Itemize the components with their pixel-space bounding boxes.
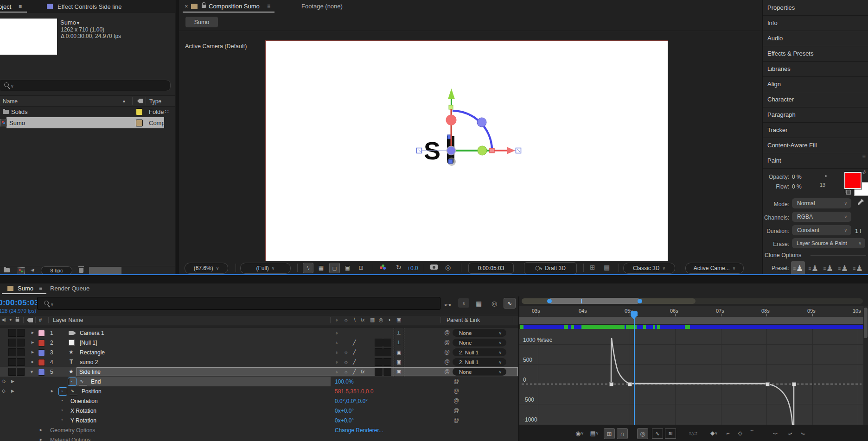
expander-icon[interactable]: ► [31, 350, 35, 354]
sort-arrow-icon[interactable]: ▲ [122, 99, 126, 103]
layer-name[interactable]: [Null 1] [80, 340, 97, 346]
panel-menu-icon[interactable]: ≡ [19, 4, 22, 9]
region-of-interest-button[interactable]: ▣ [343, 263, 352, 272]
property-row-position[interactable]: ◇ ▶ ► ◔ ∿ Position 581.5,351.0,0.0 @ [0, 386, 518, 397]
sidebar-item-libraries[interactable]: Libraries [763, 61, 868, 77]
duplicate-icon[interactable] [845, 189, 849, 193]
channels-dropdown[interactable]: RGBA ∨ [792, 212, 851, 222]
collapse-switch[interactable]: ☼ [344, 369, 348, 374]
reset-exposure-icon[interactable]: ↻ [396, 264, 402, 271]
pick-whip-icon[interactable]: @ [444, 359, 450, 365]
label-column-icon[interactable] [137, 99, 143, 103]
switch-cell[interactable] [383, 358, 391, 366]
layer-row-side-line[interactable]: ▼ 5 ★ Side line ♁ ☼ ╱ fx ▣ @ None ∨ [0, 367, 518, 377]
quality-switch[interactable]: ╱ [353, 350, 356, 355]
column-parent-link[interactable]: Parent & Link [447, 317, 480, 323]
expander-icon[interactable]: ► [31, 360, 35, 364]
tab-project[interactable]: Project [0, 4, 11, 10]
keyframe-menu-dropdown[interactable]: ◆∨ [708, 428, 720, 438]
switch-cell[interactable] [375, 339, 383, 346]
quality-switch[interactable]: ╱ [353, 359, 356, 365]
panel-menu-icon[interactable]: ≡ [862, 153, 866, 159]
expander-icon[interactable]: ▼ [30, 370, 34, 374]
label-swatch[interactable] [136, 108, 143, 115]
panel-menu-icon[interactable]: ≡ [267, 3, 270, 9]
property-value[interactable]: 0x+0.0° [335, 418, 354, 423]
flow-value[interactable]: 0 % [792, 184, 802, 189]
navigator-handle-right[interactable] [638, 299, 642, 303]
layer-name[interactable]: Camera 1 [80, 330, 104, 336]
switch-cell[interactable] [383, 339, 391, 346]
motion-blur-icon[interactable]: ◎ [491, 300, 497, 307]
snap-magnet-button[interactable]: ∩ [617, 428, 628, 439]
pick-whip-icon[interactable]: @ [444, 369, 450, 374]
video-toggle[interactable] [8, 368, 16, 376]
layer-row-rectangle[interactable]: ► 3 ★ Rectangle ♁ ☼ ╱ ▣ @ 2. Null 1 ∨ [0, 347, 518, 358]
layer-duration-bar[interactable] [520, 325, 863, 329]
collapse-switch[interactable]: ☼ [344, 350, 348, 355]
hold-keyframe-button[interactable]: ⌐ [723, 428, 733, 438]
sidebar-item-paragraph[interactable]: Paragraph [763, 107, 868, 123]
stopwatch-button[interactable]: ◔ [58, 387, 67, 396]
property-row-orientation[interactable]: ◔ Orientation 0.0°,0.0°,0.0° @ [0, 396, 518, 406]
layer-label-swatch[interactable] [38, 330, 45, 337]
quality-switch[interactable]: ╱ [353, 340, 356, 345]
new-folder-icon[interactable] [4, 268, 10, 272]
collapse-switch[interactable]: ☼ [344, 359, 348, 365]
snapshot-camera-icon[interactable] [430, 265, 438, 270]
time-navigator[interactable] [522, 298, 863, 304]
graph-editor-button[interactable]: ∿ [504, 298, 516, 309]
stopwatch-icon[interactable]: ◔ [60, 408, 63, 413]
property-value[interactable]: 581.5,351.0,0.0 [335, 389, 373, 394]
pick-whip-icon[interactable]: @ [453, 378, 459, 384]
3d-layer-switch[interactable]: ▣ [396, 369, 401, 374]
timeline-search-input[interactable]: ∨ [37, 297, 440, 310]
property-name[interactable]: Geometry Options [50, 428, 95, 433]
sidebar-item-character[interactable]: Character [763, 92, 868, 107]
erase-dropdown[interactable]: Layer Source & Paint ∨ [792, 238, 865, 248]
sidebar-item-effects-presets[interactable]: Effects & Presets [763, 46, 868, 62]
panel-menu-icon[interactable]: ≡ [39, 285, 42, 291]
exposure-value[interactable]: +0.0 [407, 265, 418, 271]
layer-label-swatch[interactable] [38, 349, 45, 356]
sidebar-item-content-aware-fill[interactable]: Content-Aware Fill [763, 138, 868, 153]
comp-mini-flowchart-icon[interactable]: ⊶ [444, 301, 451, 308]
switch-cell[interactable] [375, 368, 383, 376]
property-row-y-rotation[interactable]: ◔ Y Rotation 0x+0.0° @ [0, 416, 518, 426]
parent-dropdown[interactable]: 2. Null 1 ∨ [453, 348, 506, 356]
keyframe-handle[interactable] [628, 382, 632, 386]
pick-whip-icon[interactable]: @ [444, 349, 450, 355]
3d-ground-plane-icon[interactable]: ⊞ [590, 264, 595, 271]
layer-name[interactable]: Rectangle [80, 350, 105, 355]
project-item-name[interactable]: Sumo▼ [60, 19, 80, 25]
keyframe-nav-icon[interactable]: ▶ [11, 389, 14, 393]
vertical-scrollbar[interactable] [863, 306, 868, 425]
lock-icon[interactable] [202, 5, 206, 8]
clone-preset-4-button[interactable]: ≣♟ [836, 261, 850, 275]
effects-switch[interactable]: fx [361, 369, 365, 374]
eyedropper-icon[interactable] [857, 199, 864, 206]
fast-previews-button[interactable]: ϟ [303, 263, 313, 273]
pick-whip-icon[interactable]: @ [453, 408, 459, 413]
hide-shy-layers-button[interactable]: ♁ [458, 298, 469, 308]
project-row-sumo[interactable]: Sumo Comp [0, 117, 175, 128]
switch-cell[interactable] [375, 358, 383, 366]
sidebar-item-audio[interactable]: Audio [763, 31, 868, 46]
breadcrumb-sumo[interactable]: Sumo [185, 17, 218, 27]
preview-timecode[interactable]: 0:00:05:03 [468, 263, 514, 274]
project-row-solids[interactable]: Solids Folde ∷ [0, 106, 175, 117]
axis-icon[interactable]: ⊥ [396, 340, 401, 345]
current-timecode[interactable]: 0:00:05:03 [0, 299, 39, 307]
sidebar-item-align[interactable]: Align [763, 76, 868, 92]
layer-row-camera-1[interactable]: ► 1 Camera 1 ♁ ⊥ @ None ∨ [0, 328, 518, 338]
parent-dropdown[interactable]: 2. Null 1 ∨ [453, 358, 506, 366]
tab-render-queue[interactable]: Render Queue [50, 285, 89, 291]
tab-paint[interactable]: Paint ≡ [763, 153, 868, 169]
new-composition-icon[interactable] [18, 267, 25, 275]
property-value[interactable]: 0.0°,0.0°,0.0° [335, 398, 368, 404]
label-swatch[interactable] [136, 120, 143, 126]
navigator-hand-left[interactable] [547, 299, 552, 303]
column-type[interactable]: Type [149, 99, 161, 104]
video-toggle[interactable] [8, 329, 16, 337]
renderer-dropdown[interactable]: Classic 3D∨ [623, 263, 675, 274]
